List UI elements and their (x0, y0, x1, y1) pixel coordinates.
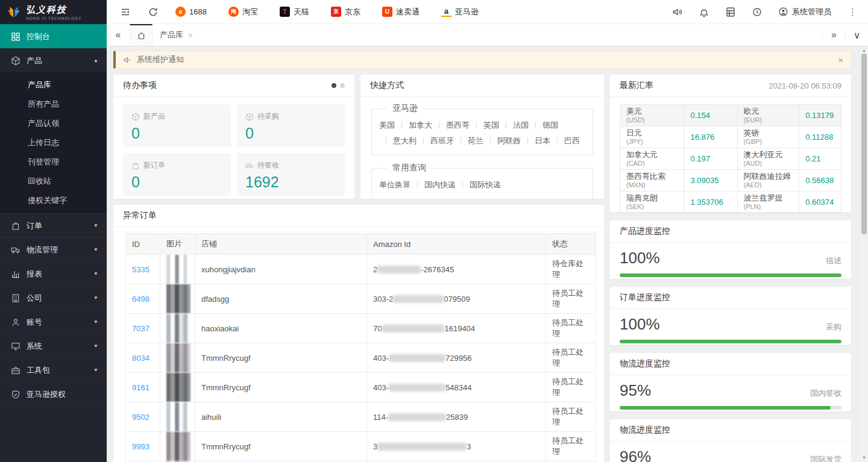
shortcut-link-it[interactable]: 意大利 (379, 136, 417, 145)
scroll-down-icon[interactable]: ▼ (860, 454, 868, 461)
query-group-legend: 常用查询 (388, 163, 431, 173)
product-thumbnail[interactable] (166, 255, 190, 284)
sidebar-item-dashboard[interactable]: 控制台 (0, 24, 107, 48)
monitor-tag: 国内签收 (810, 388, 841, 399)
notice-close-icon[interactable]: × (838, 55, 843, 65)
sidebar-item-label: 账号 (27, 317, 87, 328)
order-id-link[interactable]: 6498 (132, 295, 149, 304)
more-vertical-icon[interactable]: ⋮ (847, 7, 858, 17)
order-id-link[interactable]: 5335 (132, 265, 149, 274)
link-amazon[interactable]: a 亚马逊 (441, 7, 479, 17)
shortcut-link-fr[interactable]: 法国 (499, 120, 529, 130)
tabs-scroll-right-icon[interactable]: » (822, 30, 845, 40)
abnormal-orders-card: 异常订单 ID 图片 店铺 Amazon Id 状态 (113, 205, 604, 462)
sidebar: 弘义科技 HONG YI TECHNOLOGY 控制台 产品 ▲ 产品库 所有产… (0, 0, 107, 462)
sidebar-item-orders[interactable]: 订单 ▼ (0, 213, 107, 237)
common-query-group: 常用查询 单位换算国内快递国际快递 (371, 163, 593, 199)
sidebar-item-company[interactable]: 公司 ▼ (0, 286, 107, 310)
orders-table: ID 图片 店铺 Amazon Id 状态 5335 (125, 233, 596, 462)
collapse-sidebar-icon[interactable] (120, 7, 131, 17)
tab-home[interactable] (130, 24, 153, 46)
shortcut-link-us[interactable]: 美国 (379, 120, 395, 130)
link-tmall[interactable]: T 天猫 (280, 7, 309, 17)
product-thumbnail[interactable] (166, 314, 190, 343)
scrollbar-thumb[interactable] (861, 54, 867, 234)
tab-close-icon[interactable]: × (188, 31, 193, 40)
order-id-link[interactable]: 8034 (132, 354, 149, 363)
logistics-progress-card-international: 物流进度监控 96% 国际发货 (610, 419, 851, 462)
col-status: 状态 (546, 234, 596, 255)
shortcut-link-intl-express[interactable]: 国际快递 (456, 180, 501, 189)
shortcut-link-mx[interactable]: 墨西哥 (432, 120, 470, 130)
order-status: 待员工处理 (546, 284, 596, 314)
tab-product-library[interactable]: 产品库 × (153, 24, 200, 46)
monitor-tag: 采购 (826, 322, 841, 332)
shortcut-link-unit-convert[interactable]: 单位换算 (379, 180, 410, 189)
rates-row: 加拿大元(CAD) 0.197 澳大利亚元(AUD) 0.21 (620, 148, 841, 169)
link-aliexpress[interactable]: U 速卖通 (382, 7, 420, 17)
monitor-tag: 国际发货 (810, 454, 841, 462)
product-thumbnail[interactable] (166, 402, 190, 431)
tabs-scroll-left-icon[interactable]: « (107, 24, 130, 46)
sidebar-subitem-listing-manage[interactable]: 刊登管理 (0, 152, 107, 172)
link-aliexpress-label: 速卖通 (396, 7, 420, 17)
link-jd[interactable]: 京 京东 (331, 7, 360, 17)
shortcut-link-nl[interactable]: 荷兰 (454, 136, 483, 145)
user-menu[interactable]: 系统管理员 (778, 7, 831, 17)
sidebar-subitem-product-library[interactable]: 产品库 (0, 75, 107, 95)
sidebar-item-reports[interactable]: 报表 ▼ (0, 261, 107, 286)
announcement-icon[interactable] (672, 7, 683, 17)
aliexpress-icon: U (382, 7, 392, 17)
shield-check-icon (11, 390, 20, 399)
sidebar-subitem-recycle-bin[interactable]: 回收站 (0, 172, 107, 191)
vertical-scrollbar[interactable]: ▲ ▼ (860, 46, 868, 462)
sidebar-item-logistics[interactable]: 物流管理 ▼ (0, 237, 107, 261)
logistics-progress-card-domestic: 物流进度监控 95% 国内签收 (610, 353, 851, 411)
tabs-menu-icon[interactable]: ∨ (845, 30, 868, 41)
sidebar-item-system[interactable]: 系统 ▼ (0, 334, 107, 358)
caret-down-icon: ▼ (93, 247, 98, 252)
order-status: 待员工处理 (546, 343, 596, 373)
shortcut-link-uk[interactable]: 英国 (470, 120, 499, 130)
sidebar-subitem-upload-log[interactable]: 上传日志 (0, 133, 107, 152)
rates-timestamp: 2021-08-20 06:53:09 (769, 81, 841, 90)
sidebar-subitem-product-claim[interactable]: 产品认领 (0, 114, 107, 133)
shortcut-link-br[interactable]: 巴西 (550, 136, 580, 145)
link-taobao[interactable]: 淘 淘宝 (228, 7, 258, 17)
order-id-link[interactable]: 9161 (132, 383, 149, 392)
brand-title: 弘义科技 (26, 4, 82, 16)
sidebar-item-label: 订单 (27, 220, 87, 231)
product-thumbnail[interactable] (166, 373, 190, 402)
brand-logo[interactable]: 弘义科技 HONG YI TECHNOLOGY (0, 0, 107, 24)
shortcut-link-es[interactable]: 西班牙 (417, 136, 454, 145)
order-row: 9993 TmmnRrycugf 33 待员工处理 (126, 432, 596, 461)
refresh-icon[interactable] (148, 7, 159, 17)
order-id-link[interactable]: 9502 (132, 413, 149, 422)
stat-pending-receipt: 待签收 1692 (237, 153, 345, 196)
sidebar-subitem-all-products[interactable]: 所有产品 (0, 95, 107, 114)
caret-down-icon: ▼ (93, 343, 98, 349)
shortcut-link-jp[interactable]: 日本 (521, 136, 550, 145)
sidebar-item-toolbox[interactable]: 工具包 ▼ (0, 358, 107, 382)
link-1688[interactable]: a 1688 (175, 7, 207, 17)
exchange-clock-icon[interactable] (752, 7, 763, 17)
order-id-link[interactable]: 9993 (132, 442, 149, 451)
bell-icon[interactable] (699, 7, 709, 17)
product-thumbnail[interactable] (166, 432, 190, 461)
sidebar-item-amazon-auth[interactable]: 亚马逊授权 (0, 382, 107, 406)
sidebar-subitem-infringing-keywords[interactable]: 侵权关键字 (0, 191, 107, 210)
shortcut-link-ca[interactable]: 加拿大 (395, 120, 432, 130)
calculator-icon[interactable] (725, 7, 736, 17)
product-thumbnail[interactable] (166, 343, 190, 372)
shortcut-link-de[interactable]: 德国 (529, 120, 558, 130)
tabbar: « 产品库 × » ∨ (107, 24, 868, 46)
sidebar-item-accounts[interactable]: 账号 ▼ (0, 310, 107, 334)
scroll-up-icon[interactable]: ▲ (860, 46, 868, 54)
shortcut-link-ae[interactable]: 阿联酋 (483, 136, 521, 145)
carousel-dot-active[interactable] (332, 83, 336, 88)
shortcut-link-domestic-express[interactable]: 国内快递 (410, 180, 456, 189)
sidebar-item-product[interactable]: 产品 ▲ (0, 48, 107, 72)
order-id-link[interactable]: 7037 (132, 324, 149, 333)
product-thumbnail[interactable] (166, 284, 190, 313)
carousel-dot[interactable] (340, 83, 345, 88)
